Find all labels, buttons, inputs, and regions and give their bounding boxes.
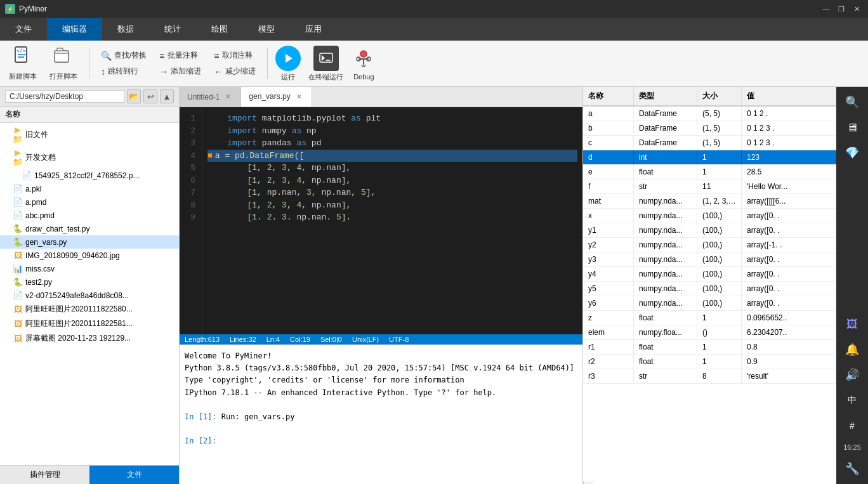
var-row-y6[interactable]: y6 numpy.nda... (100,) array([0. . (583, 296, 836, 311)
svg-marker-3 (286, 54, 293, 63)
terminal-icon (313, 46, 339, 71)
tab-close-genvars[interactable]: ✕ (294, 92, 304, 101)
var-value-mat: array([[[[6... (742, 194, 836, 208)
file-item-test2[interactable]: 🐍 test2.py (0, 275, 179, 289)
file-path-input[interactable] (5, 90, 124, 103)
menu-data[interactable]: 数据 (102, 18, 149, 41)
open-script-button[interactable]: 打开脚本 (46, 43, 81, 84)
maximize-button[interactable]: ❐ (835, 3, 848, 15)
file-tab-button[interactable]: 文件 (89, 466, 179, 484)
new-script-button[interactable]: </> 新建脚本 (5, 43, 41, 84)
file-open-button[interactable]: 📂 (127, 89, 141, 103)
jump-to-line-button[interactable]: ↕ 跳转到行 (97, 65, 150, 78)
file-item-aliwang2[interactable]: 🖼 阿里旺旺图片2020111822581... (0, 317, 179, 331)
file-panel-buttons: 📂 ↩ ▲ (127, 89, 174, 103)
file-item-label: miss.csv (25, 265, 55, 273)
file-item-genvars[interactable]: 🐍 gen_vars.py (0, 235, 179, 249)
tray-photo-icon[interactable]: 🖼 (842, 314, 862, 334)
status-sel: Sel:0|0 (320, 336, 342, 343)
batch-comment-button[interactable]: ≡ 批量注释 (155, 49, 205, 62)
cancel-comment-button[interactable]: ≡ 取消注释 (210, 49, 260, 62)
code-lines[interactable]: import matplotlib.pyplot as plt import n… (202, 107, 582, 334)
remove-indent-button[interactable]: ← 减少缩进 (210, 65, 260, 78)
var-name-y5: y5 (583, 282, 634, 296)
tray-monitor-icon[interactable]: 🖥 (842, 117, 862, 138)
menu-editor[interactable]: 编辑器 (47, 18, 102, 41)
prompt-1: In [1]: (185, 412, 217, 421)
run-button[interactable]: 运行 (275, 46, 301, 82)
var-row-y5[interactable]: y5 numpy.nda... (100,) array([0. . (583, 282, 836, 296)
main-content: 📂 ↩ ▲ 名称 ▶📁 旧文件 ▶📁 开发文档 📄 154925_812ccf2… (0, 87, 868, 484)
variable-scrollbar[interactable] (583, 481, 593, 484)
tray-gem-icon[interactable]: 💎 (842, 143, 862, 163)
close-button[interactable]: ✕ (850, 3, 863, 15)
var-row-z[interactable]: z float 1 0.0965652.. (583, 311, 836, 325)
menu-plot[interactable]: 绘图 (196, 18, 243, 41)
jump-icon: ↕ (101, 67, 105, 77)
tab-genvars[interactable]: gen_vars.py ✕ (241, 87, 312, 107)
var-row-elem[interactable]: elem numpy.floa... () 6.2304207.. (583, 325, 836, 340)
console-content[interactable]: Welcome To PyMiner! Python 3.8.5 (tags/v… (180, 345, 582, 484)
var-row-b[interactable]: b DataFrame (1, 5) 0 1 2 3 . (583, 121, 836, 136)
menu-app[interactable]: 应用 (290, 18, 337, 41)
file-item-screenshot[interactable]: 🖼 屏幕截图 2020-11-23 192129... (0, 331, 179, 346)
code-line-2: import numpy as np (207, 125, 577, 138)
find-replace-button[interactable]: 🔍 查找/替换 (97, 49, 150, 62)
file-item-img1[interactable]: 🖼 IMG_20180909_094620.jpg (0, 249, 179, 262)
var-row-r1[interactable]: r1 float 1 0.8 (583, 340, 836, 355)
file-item-devdoc[interactable]: ▶📁 开发文档 (0, 146, 179, 169)
menu-stats[interactable]: 统计 (149, 18, 196, 41)
file-item-aliwang1[interactable]: 🖼 阿里旺旺图片2020111822580... (0, 302, 179, 317)
file-icon: 📄 (22, 171, 32, 180)
menu-model[interactable]: 模型 (243, 18, 290, 41)
file-column-header: 名称 (0, 107, 179, 123)
tray-lang-icon[interactable]: 中 (842, 390, 862, 410)
var-row-y3[interactable]: y3 numpy.nda... (100,) array([0. . (583, 252, 836, 267)
file-item-v2[interactable]: 📄 v2-d0715249afe8a46dd8c08... (0, 289, 179, 302)
file-up-button[interactable]: ▲ (160, 89, 174, 103)
var-row-f[interactable]: f str 11 'Hello Wor... (583, 180, 836, 194)
tray-volume-icon[interactable]: 🔊 (842, 365, 862, 385)
var-row-y4[interactable]: y4 numpy.nda... (100,) array([0. . (583, 267, 836, 282)
tab-untitled[interactable]: Untitled-1 ✕ (180, 87, 241, 107)
var-row-r2[interactable]: r2 float 1 0.9 (583, 355, 836, 369)
var-size-a: (5, 5) (697, 107, 742, 121)
add-indent-button[interactable]: → 添加缩进 (155, 65, 205, 78)
file-item-abcpmd[interactable]: 📄 abc.pmd (0, 209, 179, 222)
tray-settings-icon[interactable]: 🔧 (842, 459, 862, 479)
file-panel: 📂 ↩ ▲ 名称 ▶📁 旧文件 ▶📁 开发文档 📄 154925_812ccf2… (0, 87, 180, 484)
file-item-old[interactable]: ▶📁 旧文件 (0, 123, 179, 146)
file-back-button[interactable]: ↩ (143, 89, 157, 103)
file-item-apkl[interactable]: 📄 a.pkl (0, 182, 179, 195)
var-type-b: DataFrame (634, 121, 697, 135)
file-item-misscsv[interactable]: 📊 miss.csv (0, 262, 179, 275)
var-name-r1: r1 (583, 340, 634, 354)
var-size-b: (1, 5) (697, 121, 742, 135)
var-row-x[interactable]: x numpy.nda... (100,) array([0. . (583, 209, 836, 223)
var-row-mat[interactable]: mat numpy.nda... (1, 2, 3, 4) array([[[[… (583, 194, 836, 209)
indent-actions: ≡ 取消注释 ← 减少缩进 (210, 49, 260, 78)
minimize-button[interactable]: — (820, 3, 832, 15)
var-row-a[interactable]: a DataFrame (5, 5) 0 1 2 . (583, 107, 836, 121)
var-row-r3[interactable]: r3 str 8 'result' (583, 369, 836, 384)
file-item-apmd[interactable]: 📄 a.pmd (0, 195, 179, 209)
code-content[interactable]: 1 2 3 4 5 6 7 8 9 import matplotlib.pypl… (180, 107, 582, 334)
tray-search-icon[interactable]: 🔍 (842, 92, 862, 112)
tray-time: 16:25 (843, 441, 861, 454)
plugin-manage-button[interactable]: 插件管理 (0, 466, 89, 484)
tray-bell-icon[interactable]: 🔔 (842, 339, 862, 360)
var-row-d[interactable]: d int 1 123 (583, 150, 836, 165)
file-item-drawchart[interactable]: 🐍 draw_chart_test.py (0, 222, 179, 235)
var-row-e[interactable]: e float 1 28.5 (583, 165, 836, 180)
menu-file[interactable]: 文件 (0, 18, 47, 41)
batch-comment-label: 批量注释 (168, 50, 198, 61)
file-item-154925[interactable]: 📄 154925_812ccf2f_4768552.p... (0, 169, 179, 182)
var-type-a: DataFrame (634, 107, 697, 121)
debug-button[interactable]: Debug (351, 46, 376, 81)
var-row-y2[interactable]: y2 numpy.nda... (100,) array([-1. . (583, 238, 836, 252)
var-row-c[interactable]: c DataFrame (1, 5) 0 1 2 3 . (583, 136, 836, 150)
run-terminal-button[interactable]: 在终端运行 (308, 46, 343, 82)
tray-hash-icon[interactable]: # (842, 415, 862, 436)
var-row-y1[interactable]: y1 numpy.nda... (100,) array([0. . (583, 223, 836, 238)
tab-close-untitled[interactable]: ✕ (223, 92, 233, 101)
